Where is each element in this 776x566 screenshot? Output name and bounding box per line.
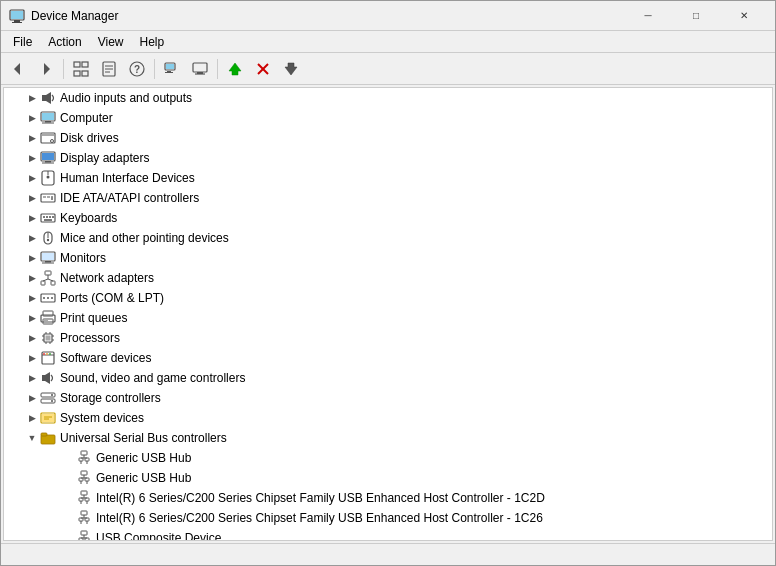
tree-item-processors[interactable]: ▶ Processors (4, 328, 772, 348)
expand-storage[interactable]: ▶ (24, 390, 40, 406)
svg-rect-44 (43, 196, 46, 198)
expand-mice[interactable]: ▶ (24, 230, 40, 246)
svg-line-65 (48, 279, 53, 281)
svg-rect-96 (42, 414, 54, 422)
svg-rect-73 (43, 320, 48, 321)
properties-button[interactable] (96, 56, 122, 82)
maximize-button[interactable]: □ (673, 1, 719, 31)
software-icon (40, 350, 56, 366)
svg-rect-62 (51, 281, 55, 285)
tree-view-button[interactable] (68, 56, 94, 82)
help-button[interactable]: ? (124, 56, 150, 82)
expand-hid[interactable]: ▶ (24, 170, 40, 186)
usb-folder-icon (40, 430, 56, 446)
expand-network[interactable]: ▶ (24, 270, 40, 286)
svg-rect-57 (42, 253, 54, 260)
expand-audio[interactable]: ▶ (24, 90, 40, 106)
tree-item-software[interactable]: ▶ Software devices (4, 348, 772, 368)
monitor-button[interactable] (187, 56, 213, 82)
svg-rect-45 (47, 196, 50, 198)
tree-item-monitors[interactable]: ▶ Monitors (4, 248, 772, 268)
menu-file[interactable]: File (5, 33, 40, 51)
expand-processors[interactable]: ▶ (24, 330, 40, 346)
tree-item-mice[interactable]: ▶ Mice and other pointing devices (4, 228, 772, 248)
tree-item-print[interactable]: ▶ Print queues (4, 308, 772, 328)
expand-system[interactable]: ▶ (24, 410, 40, 426)
tree-item-computer[interactable]: ▶ Computer (4, 108, 772, 128)
expand-intel-usb2[interactable] (60, 510, 76, 526)
tree-item-display[interactable]: ▶ Display adapters (4, 148, 772, 168)
svg-rect-20 (193, 63, 207, 72)
expand-usb-composite[interactable] (60, 530, 76, 541)
tree-item-usb[interactable]: ▼ Universal Serial Bus controllers (4, 428, 772, 448)
device-tree[interactable]: ▶ Audio inputs and outputs ▶ (3, 87, 773, 541)
device-manager-window: Device Manager ─ □ ✕ File Action View He… (0, 0, 776, 566)
tree-item-intel-usb1[interactable]: Intel(R) 6 Series/C200 Series Chipset Fa… (4, 488, 772, 508)
ports-label: Ports (COM & LPT) (60, 291, 164, 305)
expand-usb-hub2[interactable] (60, 470, 76, 486)
expand-usb-hub1[interactable] (60, 450, 76, 466)
back-button[interactable] (5, 56, 31, 82)
tree-item-ports[interactable]: ▶ Ports (COM & LPT) (4, 288, 772, 308)
title-bar: Device Manager ─ □ ✕ (1, 1, 775, 31)
expand-ide[interactable]: ▶ (24, 190, 40, 206)
tree-item-sound[interactable]: ▶ Sound, video and game controllers (4, 368, 772, 388)
svg-marker-28 (46, 92, 51, 104)
uninstall-device-button[interactable] (250, 56, 276, 82)
expand-sound[interactable]: ▶ (24, 370, 40, 386)
device-manager-button[interactable] (159, 56, 185, 82)
close-button[interactable]: ✕ (721, 1, 767, 31)
status-bar (1, 543, 775, 565)
tree-item-system[interactable]: ▶ System devices (4, 408, 772, 428)
monitors-label: Monitors (60, 251, 106, 265)
expand-computer[interactable]: ▶ (24, 110, 40, 126)
svg-rect-31 (45, 121, 51, 123)
tree-item-intel-usb2[interactable]: Intel(R) 6 Series/C200 Series Chipset Fa… (4, 508, 772, 528)
svg-rect-87 (46, 353, 48, 355)
minimize-button[interactable]: ─ (625, 1, 671, 31)
tree-item-network[interactable]: ▶ Network adapters (4, 268, 772, 288)
content-area: ▶ Audio inputs and outputs ▶ (1, 85, 775, 543)
tree-item-ide[interactable]: ▶ IDE ATA/ATAPI controllers (4, 188, 772, 208)
svg-rect-50 (49, 216, 51, 218)
expand-intel-usb1[interactable] (60, 490, 76, 506)
svg-rect-119 (81, 491, 87, 495)
tree-item-hid[interactable]: ▶ Human Interface Devices (4, 168, 772, 188)
scan-changes-button[interactable] (278, 56, 304, 82)
update-driver-button[interactable] (222, 56, 248, 82)
tree-item-disk[interactable]: ▶ Disk drives (4, 128, 772, 148)
network-label: Network adapters (60, 271, 154, 285)
expand-monitors[interactable]: ▶ (24, 250, 40, 266)
svg-line-64 (43, 279, 48, 281)
tree-item-usb-hub1[interactable]: Generic USB Hub (4, 448, 772, 468)
menu-action[interactable]: Action (40, 33, 89, 51)
expand-disk[interactable]: ▶ (24, 130, 40, 146)
system-icon (40, 410, 56, 426)
usb-composite-icon (76, 530, 92, 541)
svg-rect-7 (82, 62, 88, 67)
svg-rect-86 (43, 353, 45, 355)
tree-item-usb-hub2[interactable]: Generic USB Hub (4, 468, 772, 488)
tree-item-audio[interactable]: ▶ Audio inputs and outputs (4, 88, 772, 108)
tree-item-usb-composite[interactable]: USB Composite Device (4, 528, 772, 541)
tree-item-storage[interactable]: ▶ Storage controllers (4, 388, 772, 408)
expand-keyboards[interactable]: ▶ (24, 210, 40, 226)
forward-button[interactable] (33, 56, 59, 82)
usb-hub2-label: Generic USB Hub (96, 471, 191, 485)
svg-rect-8 (74, 71, 80, 76)
sound-label: Sound, video and game controllers (60, 371, 245, 385)
monitor-icon (40, 250, 56, 266)
expand-print[interactable]: ▶ (24, 310, 40, 326)
expand-usb[interactable]: ▼ (24, 430, 40, 446)
expand-software[interactable]: ▶ (24, 350, 40, 366)
svg-rect-1 (14, 20, 20, 22)
svg-rect-49 (46, 216, 48, 218)
ide-icon (40, 190, 56, 206)
tree-item-keyboards[interactable]: ▶ Keyboards (4, 208, 772, 228)
svg-point-93 (51, 394, 53, 396)
system-label: System devices (60, 411, 144, 425)
expand-display[interactable]: ▶ (24, 150, 40, 166)
expand-ports[interactable]: ▶ (24, 290, 40, 306)
menu-view[interactable]: View (90, 33, 132, 51)
menu-help[interactable]: Help (132, 33, 173, 51)
